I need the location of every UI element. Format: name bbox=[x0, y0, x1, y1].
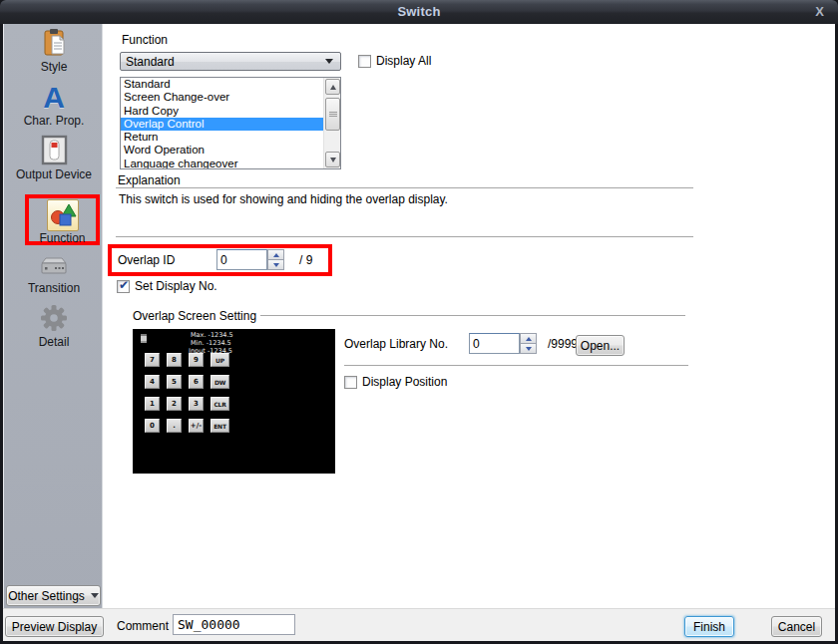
display-position-label: Display Position bbox=[362, 375, 447, 389]
function-list: Standard Screen Change-over Hard Copy Ov… bbox=[120, 77, 341, 169]
title-bar: Switch X bbox=[0, 0, 838, 24]
clipboard-icon bbox=[4, 28, 104, 58]
overlap-id-spinner bbox=[267, 249, 284, 270]
sidebar: Style A Char. Prop. Output Device bbox=[3, 24, 103, 608]
function-dropdown-value: Standard bbox=[126, 55, 175, 69]
spin-up-icon[interactable] bbox=[267, 249, 284, 260]
window-title: Switch bbox=[0, 4, 838, 19]
sidebar-item-transition[interactable]: Transition bbox=[4, 249, 104, 295]
chevron-down-icon bbox=[325, 59, 333, 64]
other-settings-label: Other Settings bbox=[8, 589, 85, 603]
preview-key: ENT bbox=[210, 419, 229, 433]
preview-key: 4 bbox=[145, 375, 160, 389]
preview-key: 9 bbox=[189, 353, 204, 367]
set-display-no-row[interactable]: Set Display No. bbox=[117, 279, 217, 293]
letter-a-icon: A bbox=[4, 82, 104, 112]
list-scrollbar[interactable] bbox=[323, 78, 340, 168]
display-position-checkbox[interactable] bbox=[344, 376, 357, 389]
overlap-screen-preview: Max. -1234.5 Min. -1234.5 Input -1234.5 … bbox=[133, 329, 335, 474]
display-all-label: Display All bbox=[376, 54, 431, 68]
overlap-library-input[interactable] bbox=[469, 333, 520, 354]
preview-key: +/- bbox=[189, 419, 204, 433]
divider bbox=[260, 315, 685, 316]
scrollbar-thumb[interactable] bbox=[325, 98, 340, 131]
overlap-library-max: /9999 bbox=[548, 337, 578, 351]
overlap-library-label: Overlap Library No. bbox=[344, 337, 448, 351]
preview-key: 1 bbox=[145, 397, 160, 411]
explanation-text: This switch is used for showing and hidi… bbox=[119, 192, 448, 206]
preview-key: 3 bbox=[189, 397, 204, 411]
preview-key: 8 bbox=[167, 353, 182, 367]
function-list-item[interactable]: Screen Change-over bbox=[121, 91, 340, 104]
function-list-item[interactable]: Standard bbox=[121, 78, 340, 91]
preview-key: UP bbox=[210, 353, 229, 367]
display-all-checkbox-row[interactable]: Display All bbox=[358, 54, 431, 68]
spin-down-icon[interactable] bbox=[267, 260, 284, 270]
preview-mini-icon bbox=[141, 334, 147, 343]
preview-key: 0 bbox=[145, 419, 160, 433]
sidebar-item-label: Transition bbox=[4, 281, 104, 295]
sidebar-item-label: Function bbox=[29, 231, 96, 245]
spin-up-icon[interactable] bbox=[520, 333, 537, 344]
sidebar-item-label: Char. Prop. bbox=[4, 114, 104, 128]
preview-keypad: 7 8 9 UP 4 5 6 DW 1 2 3 CLR 0 . +/- ENT bbox=[145, 353, 229, 433]
preview-key: 5 bbox=[167, 375, 182, 389]
preview-key: 6 bbox=[189, 375, 204, 389]
switch-dialog: Switch X Style bbox=[0, 0, 838, 644]
display-all-checkbox[interactable] bbox=[358, 55, 371, 68]
output-switch-icon bbox=[4, 136, 104, 165]
preview-display-button[interactable]: Preview Display bbox=[5, 616, 104, 637]
function-dropdown[interactable]: Standard bbox=[120, 52, 341, 71]
scroll-up-icon[interactable] bbox=[325, 79, 340, 95]
function-list-item[interactable]: Language changeover bbox=[121, 158, 340, 169]
preview-key: 7 bbox=[145, 353, 160, 367]
preview-key: . bbox=[167, 419, 182, 433]
divider bbox=[344, 365, 688, 366]
gear-icon bbox=[4, 303, 104, 333]
shapes-icon bbox=[47, 199, 79, 231]
preview-key: DW bbox=[210, 375, 229, 389]
sidebar-item-detail[interactable]: Detail bbox=[4, 303, 104, 349]
chevron-down-icon bbox=[91, 593, 99, 598]
other-settings-button[interactable]: Other Settings bbox=[6, 585, 101, 606]
set-display-no-label: Set Display No. bbox=[135, 279, 217, 293]
sidebar-item-label: Output Device bbox=[4, 167, 104, 181]
open-button[interactable]: Open... bbox=[576, 335, 625, 356]
function-section-label: Function bbox=[122, 33, 168, 47]
preview-key: 2 bbox=[167, 397, 182, 411]
dialog-body: Style A Char. Prop. Output Device bbox=[3, 24, 835, 641]
overlap-library-spinner bbox=[520, 333, 537, 354]
display-position-row[interactable]: Display Position bbox=[344, 375, 447, 389]
divider bbox=[116, 236, 693, 237]
preview-key: CLR bbox=[210, 397, 229, 411]
preview-value-text: Max. -1234.5 Min. -1234.5 Input -1234.5 bbox=[191, 332, 233, 356]
sidebar-item-label: Detail bbox=[4, 335, 104, 349]
close-icon[interactable]: X bbox=[815, 4, 824, 19]
sidebar-item-function[interactable]: Function bbox=[29, 199, 96, 245]
overlap-screen-setting-label: Overlap Screen Setting bbox=[133, 309, 256, 323]
footer-bar: Preview Display Comment Finish Cancel bbox=[3, 608, 835, 641]
cancel-button[interactable]: Cancel bbox=[771, 616, 822, 637]
explanation-label: Explanation bbox=[118, 173, 181, 187]
comment-input[interactable] bbox=[173, 614, 295, 635]
finish-button[interactable]: Finish bbox=[684, 616, 734, 637]
overlap-id-input[interactable] bbox=[216, 249, 267, 270]
scroll-down-icon[interactable] bbox=[325, 152, 340, 167]
function-list-item[interactable]: Return bbox=[121, 131, 340, 144]
function-list-item[interactable]: Hard Copy bbox=[121, 105, 340, 118]
set-display-no-checkbox[interactable] bbox=[117, 280, 130, 293]
sidebar-item-style[interactable]: Style bbox=[4, 28, 104, 74]
annotation-function-highlight: Function bbox=[25, 194, 100, 245]
function-list-item[interactable]: Word Operation bbox=[121, 144, 340, 157]
overlap-id-label: Overlap ID bbox=[118, 253, 175, 267]
spin-down-icon[interactable] bbox=[520, 344, 537, 354]
comment-label: Comment bbox=[117, 619, 169, 633]
function-list-item[interactable]: Overlap Control bbox=[121, 118, 340, 131]
sidebar-item-label: Style bbox=[4, 60, 104, 74]
overlap-id-max: / 9 bbox=[299, 253, 312, 267]
divider bbox=[116, 187, 693, 188]
sidebar-item-char-prop[interactable]: A Char. Prop. bbox=[4, 82, 104, 128]
sidebar-item-output-device[interactable]: Output Device bbox=[4, 136, 104, 181]
drive-icon bbox=[4, 249, 104, 279]
